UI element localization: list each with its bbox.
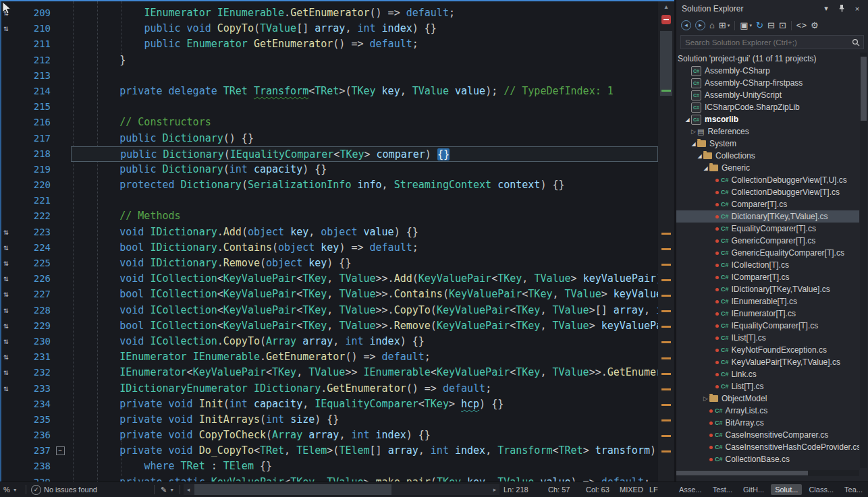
tool-tab-gith[interactable]: GitH...: [739, 484, 768, 495]
code-line-218[interactable]: public Dictionary(IEqualityComparer<TKey…: [71, 146, 658, 162]
code-line-233[interactable]: IDictionaryEnumerator IDictionary.GetEnu…: [71, 381, 658, 397]
code-line-212[interactable]: }: [71, 53, 658, 68]
gutter-row-222[interactable]: 222: [0, 208, 71, 224]
navigate-arrows-icon[interactable]: ⇅: [0, 240, 21, 256]
gutter-row-230[interactable]: ⇅230: [0, 334, 71, 349]
tree-vertical-scrollbar[interactable]: [860, 53, 867, 468]
gutter-row-210[interactable]: ⇅210: [0, 21, 71, 36]
gutter-row-213[interactable]: 213: [0, 68, 71, 84]
encoding-indicator[interactable]: MIXED: [620, 482, 643, 497]
gutter-row-212[interactable]: 212: [0, 53, 71, 68]
tree-item-ienumerator-t-cs[interactable]: C#IEnumerator[T].cs: [676, 308, 859, 320]
tree-item-icsharpcode-sharpziplib[interactable]: C#ICSharpCode.SharpZipLib: [676, 101, 859, 113]
tree-item-list-t-cs[interactable]: C#List[T].cs: [676, 380, 859, 392]
tree-item-assembly-unityscript[interactable]: C#Assembly-UnityScript: [676, 89, 859, 101]
tree-item-iequalitycomparer-t-cs[interactable]: C#IEqualityComparer[T].cs: [676, 320, 859, 332]
tree-item-comparer-t-cs[interactable]: C#Comparer[T].cs: [676, 198, 859, 210]
solution-explorer-titlebar[interactable]: Solution Explorer ▾×: [676, 0, 868, 17]
zoom-control[interactable]: % ▼: [3, 482, 18, 497]
gutter-row-237[interactable]: 237−: [0, 443, 71, 459]
home-button[interactable]: ⌂: [707, 19, 717, 32]
code-line-228[interactable]: void ICollection<KeyValuePair<TKey, TVal…: [71, 303, 658, 318]
expander-icon[interactable]: ◢: [690, 141, 697, 147]
gutter-row-227[interactable]: ⇅227: [0, 287, 71, 302]
tree-item-equalitycomparer-t-cs[interactable]: C#EqualityComparer[T].cs: [676, 223, 859, 235]
gutter-row-232[interactable]: ⇅232: [0, 365, 71, 380]
navigate-arrows-icon[interactable]: ⇅: [0, 225, 21, 240]
forward-button[interactable]: ▸: [693, 19, 707, 32]
tree-item-assembly-csharp[interactable]: C#Assembly-CSharp: [676, 65, 859, 77]
code-line-217[interactable]: public Dictionary() {}: [71, 131, 658, 146]
window-position-icon[interactable]: ▾: [821, 3, 832, 14]
code-line-237[interactable]: private void Do_CopyTo<TRet, TElem>(TEle…: [71, 443, 658, 459]
code-line-230[interactable]: void ICollection.CopyTo(Array array, int…: [71, 334, 658, 349]
navigate-arrows-icon[interactable]: ⇅: [0, 381, 21, 397]
code-line-238[interactable]: where TRet : TElem {}: [71, 459, 658, 474]
code-line-213[interactable]: [71, 68, 658, 84]
expander-icon[interactable]: ◢: [696, 153, 703, 159]
navigate-arrows-icon[interactable]: ⇅: [0, 318, 21, 334]
tree-horizontal-scrollbar[interactable]: [676, 470, 859, 476]
code-line-209[interactable]: IEnumerator IEnumerable.GetEnumerator() …: [71, 5, 658, 21]
gutter-row-216[interactable]: 216: [0, 115, 71, 130]
navigate-arrows-icon[interactable]: ⇅: [0, 334, 21, 349]
code-line-210[interactable]: public void CopyTo(TValue[] array, int i…: [71, 21, 658, 36]
tree-item-assembly-csharp-firstpass[interactable]: C#Assembly-CSharp-firstpass: [676, 77, 859, 89]
navigate-arrows-icon[interactable]: ⇅: [0, 271, 21, 287]
gutter-row-234[interactable]: 234: [0, 397, 71, 412]
gutter-row-221[interactable]: 221: [0, 193, 71, 208]
scope-button[interactable]: ▣▾: [738, 19, 754, 32]
close-icon[interactable]: ×: [852, 3, 863, 14]
tree-item-caseinsensitivecomparer-cs[interactable]: C#CaseInsensitiveComparer.cs: [676, 429, 859, 441]
tool-tab-tea[interactable]: Tea...: [840, 484, 867, 495]
back-button[interactable]: ◂: [679, 19, 693, 32]
scrollbar-thumb[interactable]: [660, 31, 672, 96]
scrollbar-thumb[interactable]: [861, 57, 867, 121]
code-line-229[interactable]: bool ICollection<KeyValuePair<TKey, TVal…: [71, 318, 658, 334]
tree-item-mscorlib[interactable]: ◢C#mscorlib: [676, 113, 859, 125]
tree-item-ilist-t-cs[interactable]: C#IList[T].cs: [676, 332, 859, 344]
code-line-211[interactable]: public Enumerator GetEnumerator() => def…: [71, 36, 658, 52]
tree-item-idictionary-tkey-tvalue-cs[interactable]: C#IDictionary[TKey,TValue].cs: [676, 283, 859, 295]
scroll-up-icon[interactable]: ▴: [658, 3, 674, 10]
tree-item-bitarray-cs[interactable]: C#BitArray.cs: [676, 417, 859, 429]
gutter-row-229[interactable]: ⇅229: [0, 318, 71, 334]
tree-item-solution-project-gui-11-of-11-projects[interactable]: Solution 'project-gui' (11 of 11 project…: [676, 53, 859, 65]
file-health-error-icon[interactable]: [661, 15, 671, 24]
expander-icon[interactable]: ◢: [684, 117, 691, 123]
tree-item-collectiondebuggerview-t-cs[interactable]: C#CollectionDebuggerView[T].cs: [676, 186, 859, 198]
pin-icon[interactable]: [836, 3, 847, 14]
tree-item-icomparer-t-cs[interactable]: C#IComparer[T].cs: [676, 271, 859, 283]
expander-icon[interactable]: ◢: [702, 165, 709, 171]
code-editor[interactable]: ⇅209⇅21021121221321421521621721821922022…: [0, 0, 674, 481]
gutter-row-238[interactable]: 238: [0, 459, 71, 474]
code-line-231[interactable]: IEnumerator IEnumerable.GetEnumerator() …: [71, 349, 658, 365]
tree-item-ienumerable-t-cs[interactable]: C#IEnumerable[T].cs: [676, 295, 859, 308]
gutter-row-226[interactable]: ⇅226: [0, 271, 71, 287]
code-line-216[interactable]: // Constructors: [71, 115, 658, 130]
gutter-row-220[interactable]: 220: [0, 177, 71, 193]
issues-indicator[interactable]: ✓ No issues found: [31, 482, 97, 497]
code-line-232[interactable]: IEnumerator<KeyValuePair<TKey, TValue>> …: [71, 365, 658, 380]
code-area[interactable]: IEnumerator IEnumerable.GetEnumerator() …: [71, 1, 658, 481]
expander-icon[interactable]: ▷: [690, 128, 697, 135]
tool-tab-solut[interactable]: Solut...: [771, 484, 802, 495]
gutter-row-218[interactable]: 218: [0, 146, 71, 162]
tree-item-generic[interactable]: ◢Generic: [676, 162, 859, 174]
gutter-row-225[interactable]: ⇅225: [0, 256, 71, 271]
show-all-files-button[interactable]: ⊡: [777, 19, 788, 32]
tree-item-keyvaluepair-tkey-tvalue-cs[interactable]: C#KeyValuePair[TKey,TValue].cs: [676, 356, 859, 368]
tree-item-dictionary-tkey-tvalue-cs[interactable]: C#Dictionary[TKey,TValue].cs: [676, 210, 859, 223]
navigate-arrows-icon[interactable]: ⇅: [0, 21, 21, 36]
scrollbar-thumb[interactable]: [676, 471, 808, 475]
gutter-row-217[interactable]: 217: [0, 131, 71, 146]
tree-item-keynotfoundexception-cs[interactable]: C#KeyNotFoundException.cs: [676, 344, 859, 356]
code-line-235[interactable]: private void InitArrays(int size) {}: [71, 412, 658, 428]
navigate-arrows-icon[interactable]: ⇅: [0, 303, 21, 318]
tree-item-caseinsensitivehashcodeprovider-cs[interactable]: C#CaseInsensitiveHashCodeProvider.cs: [676, 441, 859, 453]
code-line-236[interactable]: private void CopyToCheck(Array array, in…: [71, 428, 658, 443]
fold-collapse-icon[interactable]: −: [56, 446, 65, 455]
navigate-arrows-icon[interactable]: ⇅: [0, 256, 21, 271]
tree-item-collectiondebuggerview-t-u-cs[interactable]: C#CollectionDebuggerView[T,U].cs: [676, 174, 859, 186]
gutter-row-214[interactable]: 214: [0, 84, 71, 99]
